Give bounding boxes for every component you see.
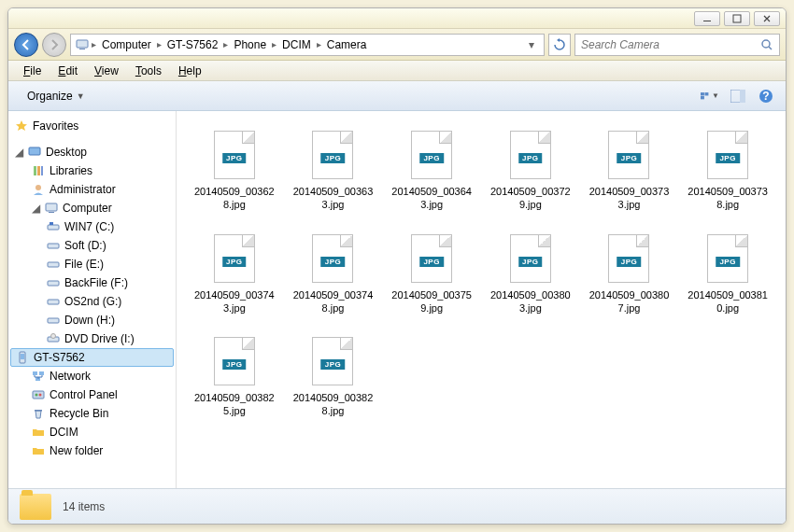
menu-edit[interactable]: Edit (50, 63, 85, 79)
svg-point-35 (39, 394, 42, 397)
sidebar-control-panel[interactable]: Control Panel (8, 385, 176, 404)
collapse-icon[interactable]: ◢ (14, 147, 23, 157)
drive-icon (46, 313, 61, 328)
content-pane[interactable]: JPG20140509_003628.jpgJPG20140509_003633… (177, 111, 786, 488)
navigation-bar: ▸ Computer ▸ GT-S7562 ▸ Phone ▸ DCIM ▸ C… (8, 29, 786, 61)
menu-help[interactable]: Help (171, 63, 209, 79)
breadcrumb[interactable]: ▸ Computer ▸ GT-S7562 ▸ Phone ▸ DCIM ▸ C… (70, 34, 545, 56)
menu-tools[interactable]: Tools (128, 63, 169, 79)
jpg-file-icon: JPG (310, 232, 355, 285)
sidebar-drive[interactable]: BackFile (F:) (8, 273, 176, 292)
preview-pane-button[interactable] (728, 87, 748, 105)
svg-rect-22 (48, 262, 59, 267)
file-item[interactable]: JPG20140509_003828.jpg (287, 329, 380, 425)
sidebar-label: Down (H:) (64, 314, 115, 327)
crumb-dcim[interactable]: DCIM (278, 36, 315, 53)
jpg-file-icon: JPG (705, 232, 750, 285)
crumb-computer[interactable]: Computer (98, 36, 155, 53)
sidebar-drive[interactable]: WIN7 (C:) (8, 217, 176, 236)
computer-icon (75, 37, 90, 52)
svg-rect-31 (39, 371, 44, 375)
file-name: 20140509_003807.jpg (589, 288, 670, 315)
svg-rect-1 (733, 15, 741, 22)
view-options-button[interactable]: ▼ (700, 87, 720, 105)
organize-label: Organize (27, 90, 73, 103)
sidebar-drive[interactable]: DVD Drive (I:) (8, 329, 176, 348)
crumb-separator-icon: ▸ (317, 39, 321, 49)
sidebar-drive[interactable]: Soft (D:) (8, 236, 176, 255)
sidebar-libraries[interactable]: Libraries (8, 161, 176, 180)
sidebar-desktop[interactable]: ◢ Desktop (8, 143, 176, 161)
file-item[interactable]: JPG20140509_003810.jpg (681, 226, 774, 322)
sidebar-label: Favorites (33, 119, 78, 133)
sidebar-drive[interactable]: File (E:) (8, 255, 176, 273)
desktop-icon (27, 145, 42, 160)
search-box[interactable] (574, 34, 780, 56)
user-icon (31, 182, 46, 197)
drive-icon (46, 257, 61, 272)
folder-icon (20, 494, 51, 520)
crumb-separator-icon: ▸ (223, 39, 228, 49)
sidebar-dcim[interactable]: DCIM (8, 423, 176, 441)
sidebar-drive[interactable]: GT-S7562 (10, 348, 174, 367)
back-button[interactable] (14, 33, 38, 57)
file-item[interactable]: JPG20140509_003748.jpg (287, 226, 380, 322)
maximize-button[interactable] (724, 11, 750, 26)
organize-button[interactable]: Organize ▼ (18, 86, 94, 106)
minimize-button[interactable] (694, 11, 720, 26)
file-item[interactable]: JPG20140509_003643.jpg (385, 122, 478, 218)
svg-rect-13 (34, 166, 36, 175)
file-item[interactable]: JPG20140509_003628.jpg (188, 122, 281, 218)
svg-rect-25 (48, 318, 59, 323)
sidebar-recycle-bin[interactable]: Recycle Bin (8, 404, 176, 423)
file-name: 20140509_003633.jpg (293, 185, 374, 212)
svg-point-34 (35, 394, 38, 397)
sidebar-drive[interactable]: OS2nd (G:) (8, 292, 176, 311)
file-item[interactable]: JPG20140509_003733.jpg (583, 122, 676, 218)
explorer-window: ▸ Computer ▸ GT-S7562 ▸ Phone ▸ DCIM ▸ C… (7, 7, 787, 525)
svg-rect-24 (48, 300, 59, 304)
breadcrumb-dropdown[interactable]: ▾ (523, 38, 540, 51)
drive-icon (15, 350, 30, 365)
jpg-file-icon: JPG (606, 129, 651, 181)
sidebar-label: OS2nd (G:) (64, 295, 121, 308)
sidebar-favorites[interactable]: Favorites (8, 117, 176, 135)
file-item[interactable]: JPG20140509_003738.jpg (681, 122, 774, 218)
file-item[interactable]: JPG20140509_003743.jpg (188, 226, 281, 322)
help-button[interactable]: ? (756, 87, 776, 105)
file-item[interactable]: JPG20140509_003729.jpg (484, 122, 577, 218)
folder-icon (31, 443, 46, 458)
title-bar (8, 8, 786, 29)
crumb-device[interactable]: GT-S7562 (163, 36, 222, 53)
drive-icon (46, 331, 61, 346)
network-icon (31, 369, 46, 384)
file-item[interactable]: JPG20140509_003825.jpg (188, 329, 281, 425)
jpg-file-icon: JPG (212, 232, 257, 285)
sidebar-drive[interactable]: Down (H:) (8, 311, 176, 329)
drive-icon (46, 294, 61, 309)
search-input[interactable] (581, 38, 760, 51)
refresh-button[interactable] (548, 34, 571, 56)
file-item[interactable]: JPG20140509_003633.jpg (287, 122, 380, 218)
crumb-camera[interactable]: Camera (323, 36, 371, 53)
file-item[interactable]: JPG20140509_003807.jpg (583, 226, 676, 322)
menu-view[interactable]: View (87, 63, 126, 79)
file-item[interactable]: JPG20140509_003759.jpg (385, 226, 478, 322)
libraries-icon (31, 163, 46, 178)
svg-rect-19 (48, 225, 59, 230)
menu-file[interactable]: File (16, 63, 49, 79)
close-button[interactable] (754, 11, 780, 26)
sidebar-label: Libraries (50, 164, 92, 177)
sidebar-administrator[interactable]: Administrator (8, 180, 176, 199)
forward-button[interactable] (42, 33, 66, 57)
sidebar-network[interactable]: Network (8, 367, 176, 385)
sidebar-label: Desktop (46, 146, 87, 159)
sidebar-new-folder[interactable]: New folder (8, 441, 176, 460)
collapse-icon[interactable]: ◢ (31, 203, 40, 213)
sidebar-label: BackFile (F:) (64, 276, 128, 289)
file-item[interactable]: JPG20140509_003803.jpg (484, 226, 577, 322)
svg-rect-15 (41, 166, 43, 175)
svg-point-27 (51, 334, 56, 339)
sidebar-computer[interactable]: ◢ Computer (8, 199, 176, 217)
crumb-phone[interactable]: Phone (230, 36, 270, 53)
